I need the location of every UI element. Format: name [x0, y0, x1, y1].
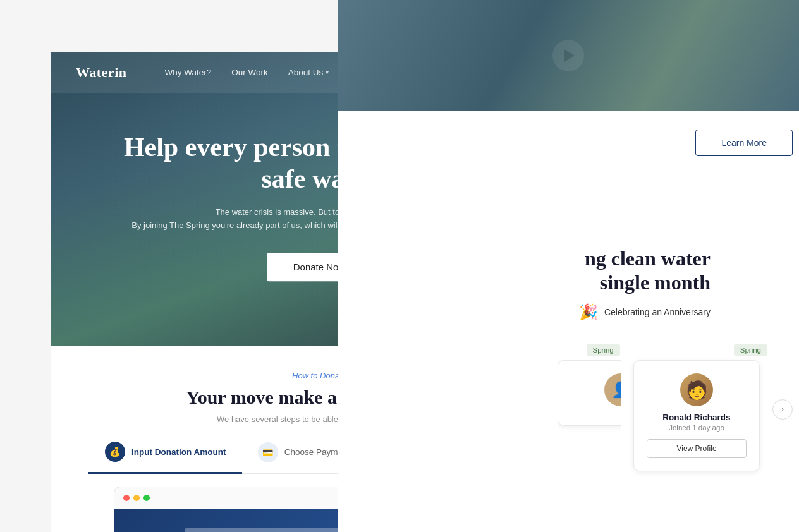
step-1-icon: 💰 — [105, 442, 125, 462]
about-chevron-icon: ▾ — [326, 69, 329, 76]
video-panel — [338, 0, 799, 111]
anniversary-badge: 🎉 Celebrating an Anniversary — [579, 303, 711, 321]
site-logo: Waterin — [76, 64, 127, 81]
partial-avatar: 👤 — [604, 373, 621, 406]
step-2-icon: 💳 — [258, 442, 278, 462]
dot-red — [123, 495, 130, 501]
nav-why-water[interactable]: Why Water? — [165, 68, 212, 77]
step-1-label: Input Donation Amount — [131, 447, 226, 457]
ronald-joined: Joined 1 day ago — [647, 424, 747, 432]
clean-water-heading: ng clean water single month — [585, 246, 711, 295]
ronald-name: Ronald Richards — [647, 413, 747, 422]
view-profile-button[interactable]: View Profile — [647, 439, 747, 458]
spring-badges: Spring Spring — [587, 344, 768, 356]
clean-water-line2: single month — [600, 271, 711, 294]
step-tab-1[interactable]: 💰 Input Donation Amount — [88, 442, 242, 474]
dot-green — [143, 495, 150, 501]
ronald-avatar: 🧑 — [680, 373, 713, 406]
partial-user-card: 👤 — [558, 360, 621, 426]
nav-about-us[interactable]: About Us ▾ — [288, 68, 329, 77]
dot-yellow — [133, 495, 140, 501]
left-partial-user-card: 👤 — [558, 360, 621, 471]
next-arrow[interactable]: › — [772, 360, 793, 471]
clean-water-line1: ng clean water — [585, 247, 711, 270]
anniversary-text: Celebrating an Anniversary — [604, 307, 711, 317]
video-background — [338, 0, 799, 111]
spring-tag-1: Spring — [587, 344, 620, 356]
anniversary-icon: 🎉 — [579, 303, 598, 321]
user-card-ronald: 🧑 Ronald Richards Joined 1 day ago View … — [633, 360, 760, 471]
user-cards: 👤 🧑 Ronald Richards Joined 1 day ago Vie… — [558, 360, 793, 471]
learn-more-button[interactable]: Learn More — [695, 130, 793, 156]
nav-our-work[interactable]: Our Work — [231, 68, 268, 77]
spring-tag-2: Spring — [734, 344, 767, 356]
